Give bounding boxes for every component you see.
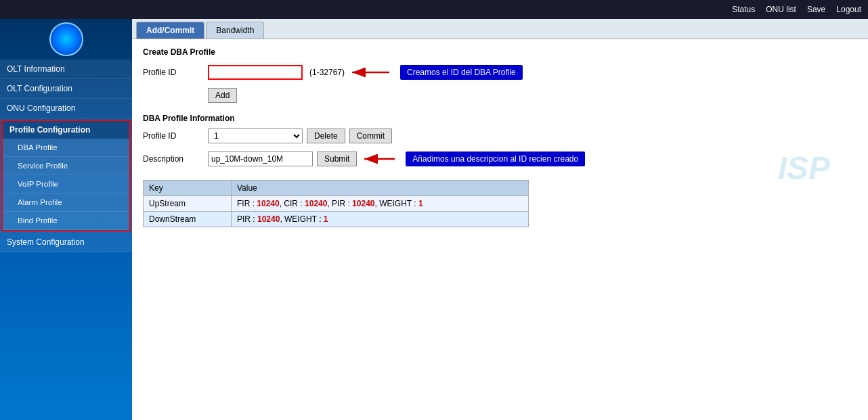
dba-info-section: DBA Profile Information Profile ID 1 2 3… <box>143 114 857 169</box>
sidebar-logo <box>0 19 132 60</box>
sidebar-item-olt-config[interactable]: OLT Configuration <box>0 79 132 99</box>
description-row: Description Submit Añadimos una descripc… <box>143 149 857 169</box>
arrow-to-submit <box>361 149 402 169</box>
create-profile-id-label: Profile ID <box>143 68 204 77</box>
sidebar-item-profile-config[interactable]: Profile Configuration <box>3 121 129 139</box>
description-input[interactable] <box>208 151 313 166</box>
profile-config-items: DBA Profile Service Profile VoIP Profile… <box>3 139 129 230</box>
sidebar-item-voip-profile[interactable]: VoIP Profile <box>3 175 129 193</box>
create-dba-section: Create DBA Profile Profile ID (1-32767) <box>143 47 857 103</box>
upstream-cir: 10240 <box>305 199 327 208</box>
sidebar: OLT Information OLT Configuration ONU Co… <box>0 19 132 420</box>
submit-button[interactable]: Submit <box>317 151 357 166</box>
upstream-fir: 10240 <box>257 199 279 208</box>
info-profile-id-row: Profile ID 1 2 3 Delete Commit <box>143 129 857 143</box>
sidebar-item-olt-info[interactable]: OLT Information <box>0 60 132 79</box>
arrow-to-input <box>349 62 396 83</box>
profile-config-group: Profile Configuration DBA Profile Servic… <box>1 120 131 231</box>
annotation2-tooltip: Añadimos una descripcion al ID recien cr… <box>406 151 585 166</box>
nav-logout[interactable]: Logout <box>836 5 861 14</box>
delete-button[interactable]: Delete <box>307 129 345 143</box>
create-profile-id-input[interactable] <box>208 65 303 80</box>
row1-value: FIR : 10240, CIR : 10240, PIR : 10240, W… <box>231 196 528 212</box>
create-profile-id-row: Profile ID (1-32767) Creamos el ID del D… <box>143 62 857 83</box>
downstream-weight: 1 <box>324 214 328 224</box>
sidebar-item-dba-profile[interactable]: DBA Profile <box>3 139 129 157</box>
upstream-pir: 10240 <box>352 199 374 208</box>
main-content: Add/Commit Bandwidth Create DBA Profile … <box>132 19 868 420</box>
logo-circle <box>49 22 83 56</box>
row1-key: UpStream <box>144 196 232 212</box>
tab-add-commit[interactable]: Add/Commit <box>136 22 204 39</box>
description-label: Description <box>143 154 204 164</box>
sidebar-item-onu-config[interactable]: ONU Configuration <box>0 99 132 118</box>
sidebar-item-bind-profile[interactable]: Bind Profile <box>3 212 129 230</box>
create-dba-title: Create DBA Profile <box>143 47 857 57</box>
content-area: Create DBA Profile Profile ID (1-32767) <box>132 39 868 235</box>
nav-status[interactable]: Status <box>732 5 755 14</box>
tab-bar: Add/Commit Bandwidth <box>132 19 868 39</box>
info-profile-id-label: Profile ID <box>143 131 204 141</box>
info-profile-id-select[interactable]: 1 2 3 <box>208 129 303 143</box>
dba-info-title: DBA Profile Information <box>143 114 857 123</box>
add-button[interactable]: Add <box>208 88 237 103</box>
table-row: DownStream PIR : 10240, WEIGHT : 1 <box>144 212 529 227</box>
annotation1-tooltip: Creamos el ID del DBA Profile <box>400 65 523 80</box>
commit-button[interactable]: Commit <box>349 129 392 143</box>
create-profile-id-hint: (1-32767) <box>309 68 345 77</box>
sidebar-item-system-config[interactable]: System Configuration <box>0 233 132 252</box>
dba-table-section: ISP Key Value UpStream FIR : 10240, CIR … <box>143 180 857 227</box>
sidebar-item-alarm-profile[interactable]: Alarm Profile <box>3 193 129 212</box>
table-row: UpStream FIR : 10240, CIR : 10240, PIR :… <box>144 196 529 212</box>
row2-value: PIR : 10240, WEIGHT : 1 <box>231 212 528 227</box>
sidebar-item-service-profile[interactable]: Service Profile <box>3 157 129 175</box>
add-button-row: Add <box>143 88 857 103</box>
row2-key: DownStream <box>144 212 232 227</box>
tab-bandwidth[interactable]: Bandwidth <box>206 22 264 39</box>
top-nav: Status ONU list Save Logout <box>0 0 868 19</box>
sidebar-menu: OLT Information OLT Configuration ONU Co… <box>0 60 132 252</box>
downstream-pir: 10240 <box>257 214 280 224</box>
upstream-weight: 1 <box>418 199 423 208</box>
col-value: Value <box>231 181 528 196</box>
nav-save[interactable]: Save <box>807 5 825 14</box>
nav-onu-list[interactable]: ONU list <box>766 5 796 14</box>
col-key: Key <box>144 181 232 196</box>
dba-info-table: Key Value UpStream FIR : 10240, CIR : 10… <box>143 180 529 227</box>
